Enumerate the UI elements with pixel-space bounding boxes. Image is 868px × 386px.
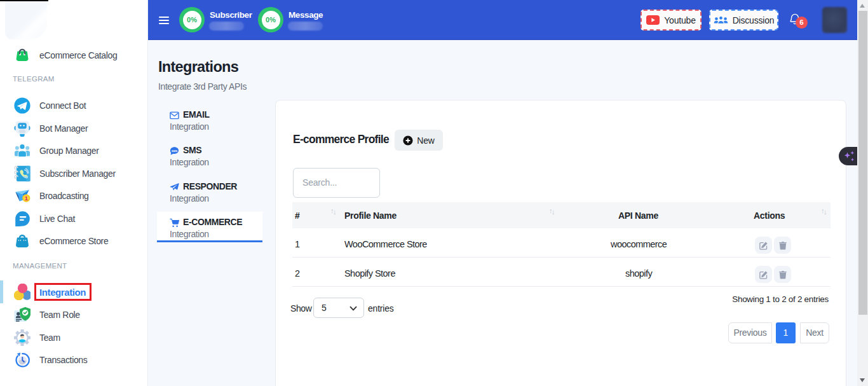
svg-text:SMS: SMS — [172, 149, 177, 153]
svg-text:1: 1 — [25, 195, 29, 202]
